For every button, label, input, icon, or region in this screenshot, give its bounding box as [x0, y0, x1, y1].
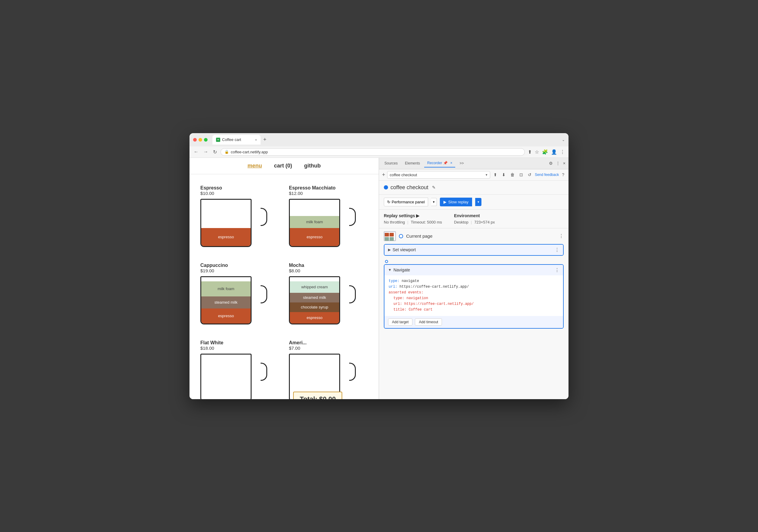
tab-elements[interactable]: Elements: [402, 159, 423, 167]
replay-icon-button[interactable]: ⊡: [518, 171, 525, 178]
navigate-expand-icon[interactable]: ▼: [388, 268, 392, 272]
milk-foam-layer: milk foam: [290, 216, 339, 228]
extensions-button[interactable]: 🧩: [541, 149, 549, 155]
add-target-button[interactable]: Add target: [388, 318, 412, 326]
item-price-mocha: $8.00: [289, 268, 368, 273]
steamed-milk-layer: steamed milk: [201, 296, 251, 309]
devtools-panel: Sources Elements Recorder 📌 × >> ⚙ ⋮ × +: [379, 158, 568, 399]
bookmark-button[interactable]: ☆: [534, 149, 539, 155]
item-price-americano: $7.00: [289, 346, 368, 350]
slow-replay-button[interactable]: ▶ Slow replay: [440, 198, 472, 206]
share-button[interactable]: ⬆: [527, 149, 532, 155]
env-desktop-label: Desktop: [454, 220, 468, 224]
item-name-espresso: Espresso: [200, 185, 279, 191]
delete-recording-button[interactable]: 🗑: [509, 171, 516, 178]
environment-values: Desktop | 723×574 px: [454, 220, 495, 224]
chevron-down-icon: ▾: [486, 173, 488, 177]
menu-dots-button[interactable]: ⋮: [560, 149, 566, 155]
devtools-tabs: Sources Elements Recorder 📌 × >> ⚙ ⋮ ×: [379, 158, 568, 169]
cup-cappuccino[interactable]: milk foam steamed milk espresso: [200, 276, 260, 330]
steps-area: Current page ⋮ ▶ Set viewport ⋮: [379, 228, 568, 399]
address-bar[interactable]: 🔒 coffee-cart.netlify.app: [221, 148, 525, 156]
step-more-button[interactable]: ⋮: [555, 247, 560, 253]
help-button[interactable]: ?: [561, 172, 566, 178]
replay-settings-section: Replay settings ▶ No throttling | Timeou…: [379, 210, 568, 228]
current-page-more-button[interactable]: ⋮: [559, 233, 564, 239]
recorder-close-icon[interactable]: ×: [450, 161, 452, 165]
cup-mocha[interactable]: whipped cream steamed milk chocolate syr…: [289, 276, 349, 330]
current-page-label: Current page: [406, 233, 556, 239]
thumbnail-area: [384, 231, 396, 241]
recording-title: coffee checkout: [391, 184, 429, 191]
main-area: menu cart (0) github Espresso $10.00 esp…: [190, 158, 568, 399]
cup-handle: [349, 363, 356, 381]
env-dims-label: 723×574 px: [474, 220, 495, 224]
title-bar-right: ⌄: [562, 138, 565, 142]
send-feedback-link[interactable]: Send feedback: [535, 173, 559, 177]
maximize-traffic-light[interactable]: [204, 138, 208, 142]
step-expand-icon[interactable]: ▶: [388, 248, 391, 252]
slow-replay-dropdown[interactable]: ▾: [475, 198, 481, 206]
navigate-more-button[interactable]: ⋮: [555, 267, 560, 273]
type-key: type:: [389, 279, 401, 283]
cup-espresso[interactable]: espresso: [200, 199, 260, 253]
back-button[interactable]: ←: [192, 149, 200, 155]
import-button[interactable]: ⬇: [500, 171, 507, 178]
replay-settings-title[interactable]: Replay settings ▶: [384, 213, 442, 218]
tab-title: Coffee cart: [222, 137, 253, 142]
new-tab-button[interactable]: +: [260, 136, 269, 144]
navigate-step-actions: Add target Add timeout: [384, 316, 563, 328]
minimize-traffic-light[interactable]: [198, 138, 202, 142]
navigate-step-name: Navigate: [394, 268, 553, 272]
replay-settings-label: Replay settings: [384, 213, 415, 218]
address-text: coffee-cart.netlify.app: [231, 150, 521, 154]
lock-icon: 🔒: [224, 150, 229, 154]
more-options-icon[interactable]: ⋮: [555, 160, 561, 166]
forward-button[interactable]: →: [202, 149, 209, 155]
recorder-toolbar: + coffee checkout ▾ ⬆ ⬇ 🗑 ⊡ ↺ Send feedb…: [379, 169, 568, 181]
traffic-lights: [193, 138, 208, 142]
tab-close-button[interactable]: ×: [255, 138, 257, 142]
performance-panel-label: Performance panel: [392, 200, 425, 204]
item-price-flat-white: $18.00: [200, 346, 279, 350]
navigate-step: ▼ Navigate ⋮ type: navigate url: https:/…: [384, 264, 564, 329]
item-price-espresso: $10.00: [200, 191, 279, 196]
profile-button[interactable]: 👤: [550, 149, 558, 155]
ae-type-val: navigation: [406, 296, 428, 300]
asserted-events-key: asserted events:: [389, 290, 423, 295]
settings-divider: |: [407, 220, 408, 224]
tab-favicon: [216, 138, 220, 142]
nav-cart[interactable]: cart (0): [274, 163, 292, 169]
reload-button[interactable]: ↻: [212, 149, 218, 155]
timeline-dot-current: [399, 234, 403, 238]
omnibar-actions: ⬆ ☆ 🧩 👤 ⋮: [527, 149, 566, 155]
recording-select[interactable]: coffee checkout ▾: [387, 171, 491, 179]
add-timeout-button[interactable]: Add timeout: [415, 318, 442, 326]
refresh-icon: ↻: [387, 200, 391, 204]
tab-more[interactable]: >>: [457, 159, 467, 167]
nav-menu[interactable]: menu: [247, 163, 262, 169]
performance-panel-dropdown[interactable]: ▾: [431, 198, 437, 206]
browser-tab[interactable]: Coffee cart ×: [212, 135, 260, 145]
performance-panel-button[interactable]: ↻ Performance panel: [384, 198, 428, 206]
cup-macchiato[interactable]: milk foam espresso: [289, 199, 349, 253]
menu-grid: Espresso $10.00 espresso Espresso Macchi…: [190, 175, 379, 399]
close-devtools-button[interactable]: ×: [563, 160, 566, 166]
edit-recording-icon[interactable]: ✎: [432, 185, 436, 190]
item-name-cappuccino: Cappuccino: [200, 263, 279, 268]
close-traffic-light[interactable]: [193, 138, 197, 142]
menu-item-mocha: Mocha $8.00 whipped cream steamed milk c…: [284, 258, 373, 335]
nav-github[interactable]: github: [304, 163, 321, 169]
tab-sources[interactable]: Sources: [381, 159, 401, 167]
cup-flat-white[interactable]: [200, 354, 260, 399]
gear-icon[interactable]: ⚙: [548, 160, 553, 166]
navigate-code-block: type: navigate url: https://coffee-cart.…: [384, 275, 563, 316]
no-throttling-label: No throttling: [384, 220, 405, 224]
export-button[interactable]: ⬆: [492, 171, 499, 178]
espresso-layer: espresso: [290, 228, 339, 246]
tab-recorder[interactable]: Recorder 📌 ×: [424, 159, 455, 168]
add-recording-button[interactable]: +: [382, 172, 385, 178]
timeout-label: Timeout: 5000 ms: [411, 220, 442, 224]
milk-foam-layer: milk foam: [201, 282, 251, 296]
record-icon-button[interactable]: ↺: [526, 171, 533, 178]
